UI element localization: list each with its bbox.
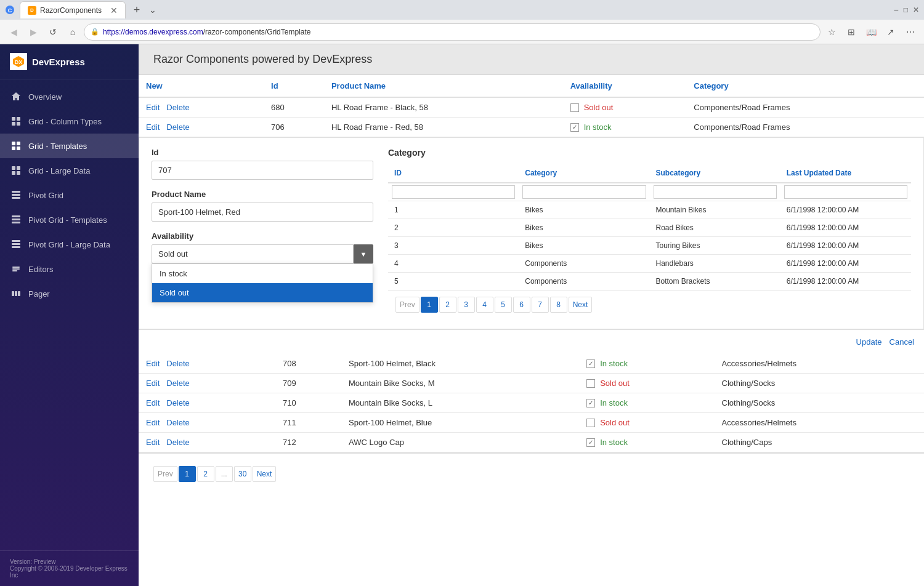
tab-list-button[interactable]: ⌄ (149, 5, 156, 15)
active-tab[interactable]: D RazorComponents ✕ (20, 1, 126, 18)
favorites-button[interactable]: ☆ (823, 23, 840, 41)
main-pager-page-30[interactable]: 30 (234, 466, 251, 482)
edit-link-709[interactable]: Edit (146, 379, 160, 388)
home-button[interactable]: ⌂ (64, 23, 81, 41)
row-actions: Edit Delete (139, 354, 275, 374)
grid-template-icon (10, 140, 22, 152)
cat-col-category[interactable]: Category (519, 164, 649, 183)
address-bar[interactable]: 🔒 https://demos.devexpress.com/razor-com… (84, 23, 821, 41)
svg-rect-9 (17, 142, 20, 145)
row-product-name: HL Road Frame - Red, 58 (324, 118, 563, 137)
svg-rect-12 (12, 166, 15, 170)
sub-pager-next[interactable]: Next (569, 297, 593, 313)
product-name-input[interactable] (152, 203, 373, 222)
sub-pager-page-8[interactable]: 8 (550, 297, 567, 313)
sidebar-item-overview[interactable]: Overview (0, 84, 139, 109)
edit-link-680[interactable]: Edit (146, 103, 160, 112)
delete-link-680[interactable]: Delete (166, 103, 190, 112)
id-input[interactable] (152, 161, 373, 180)
delete-link-706[interactable]: Delete (166, 122, 190, 132)
share-button[interactable]: ↗ (882, 23, 899, 41)
sidebar-item-pager[interactable]: Pager (0, 281, 139, 306)
favorites-list-button[interactable]: ⊞ (843, 23, 860, 41)
edit-link-706[interactable]: Edit (146, 122, 160, 132)
filter-id[interactable] (392, 185, 515, 199)
category-grid-header: ID Category Subcategory Last Updated Dat… (388, 164, 911, 201)
filter-category[interactable] (522, 185, 646, 199)
update-button[interactable]: Update (856, 337, 882, 347)
main-pager-next[interactable]: Next (253, 466, 277, 482)
tab-close-button[interactable]: ✕ (110, 6, 118, 15)
sidebar-item-pivot-grid[interactable]: Pivot Grid (0, 183, 139, 207)
maximize-button[interactable]: □ (904, 6, 908, 14)
availability-dropdown-input[interactable] (152, 244, 354, 263)
col-header-id[interactable]: Id (264, 75, 324, 97)
option-sold-out[interactable]: Sold out (152, 283, 373, 302)
app-layout: DX DevExpress Overview Grid - Column Typ… (0, 44, 924, 586)
main-pager-page-2[interactable]: 2 (197, 466, 214, 482)
delete-link-710[interactable]: Delete (166, 398, 190, 407)
availability-dropdown-arrow[interactable]: ▼ (354, 244, 373, 263)
sub-pager-prev[interactable]: Prev (395, 297, 419, 313)
cat-row-id: 4 (388, 255, 519, 273)
sidebar-item-pivot-grid-large-data[interactable]: Pivot Grid - Large Data (0, 232, 139, 257)
refresh-button[interactable]: ↺ (44, 23, 62, 41)
sub-pager-page-5[interactable]: 5 (495, 297, 512, 313)
forward-button[interactable]: ▶ (25, 23, 42, 41)
close-button[interactable]: ✕ (913, 6, 919, 14)
sub-pager-page-3[interactable]: 3 (458, 297, 475, 313)
option-in-stock[interactable]: In stock (152, 264, 373, 283)
cat-row-subcategory: Road Bikes (650, 219, 780, 237)
edit-link-708[interactable]: Edit (146, 359, 160, 368)
sidebar-item-editors[interactable]: Editors (0, 257, 139, 281)
table-row: Edit Delete 708 Sport-100 Helmet, Black … (139, 354, 924, 374)
sub-pager-page-7[interactable]: 7 (532, 297, 549, 313)
col-header-category[interactable]: Category (686, 75, 924, 97)
row-id: 711 (275, 413, 341, 433)
filter-date[interactable] (784, 185, 907, 199)
sidebar-item-grid-templates[interactable]: Grid - Templates (0, 134, 139, 158)
sidebar-item-label: Pager (28, 289, 50, 299)
sub-pager-page-6[interactable]: 6 (513, 297, 530, 313)
availability-checkbox-checked: ✓ (570, 123, 579, 132)
cat-col-date[interactable]: Last Updated Date (780, 164, 911, 183)
nav-actions: ☆ ⊞ 📖 ↗ ⋯ (823, 23, 919, 41)
sidebar-item-grid-large-data[interactable]: Grid - Large Data (0, 158, 139, 183)
delete-link-711[interactable]: Delete (166, 418, 190, 427)
row-actions: Edit Delete (139, 118, 264, 137)
reader-button[interactable]: 📖 (862, 23, 880, 41)
main-pager-prev[interactable]: Prev (153, 466, 177, 482)
cat-col-subcategory[interactable]: Subcategory (650, 164, 780, 183)
delete-link-709[interactable]: Delete (166, 379, 190, 388)
table-row: 3 Bikes Touring Bikes 6/1/1998 12:00:00 … (388, 237, 911, 255)
sub-pager-page-4[interactable]: 4 (476, 297, 493, 313)
sidebar-item-pivot-grid-templates[interactable]: Pivot Grid - Templates (0, 207, 139, 232)
main-pager-ellipsis: ... (216, 466, 233, 482)
nav-bar: ◀ ▶ ↺ ⌂ 🔒 https://demos.devexpress.com/r… (0, 20, 924, 44)
delete-link-712[interactable]: Delete (166, 438, 190, 447)
minimize-button[interactable]: − (894, 5, 899, 15)
col-header-product-name[interactable]: Product Name (324, 75, 563, 97)
back-button[interactable]: ◀ (5, 23, 22, 41)
delete-link-708[interactable]: Delete (166, 359, 190, 368)
cat-row-category: Bikes (519, 237, 649, 255)
cancel-button[interactable]: Cancel (890, 337, 914, 347)
col-header-availability[interactable]: Availability (563, 75, 687, 97)
cat-col-id[interactable]: ID (388, 164, 519, 183)
edit-link-710[interactable]: Edit (146, 398, 160, 407)
row-product-name: Mountain Bike Socks, M (341, 374, 579, 393)
sub-pager-page-2[interactable]: 2 (439, 297, 456, 313)
col-header-new[interactable]: New (139, 75, 264, 97)
filter-subcategory[interactable] (654, 185, 777, 199)
main-pager-page-1[interactable]: 1 (179, 466, 196, 482)
edit-link-711[interactable]: Edit (146, 418, 160, 427)
svg-rect-25 (12, 267, 20, 268)
title-bar-left: C (5, 5, 15, 15)
new-tab-button[interactable]: + (128, 1, 145, 18)
sub-pager-page-1[interactable]: 1 (421, 297, 438, 313)
sidebar-item-grid-column-types[interactable]: Grid - Column Types (0, 109, 139, 134)
tab-title: RazorComponents (40, 6, 102, 15)
more-button[interactable]: ⋯ (902, 23, 919, 41)
svg-rect-28 (12, 291, 14, 296)
edit-link-712[interactable]: Edit (146, 438, 160, 447)
